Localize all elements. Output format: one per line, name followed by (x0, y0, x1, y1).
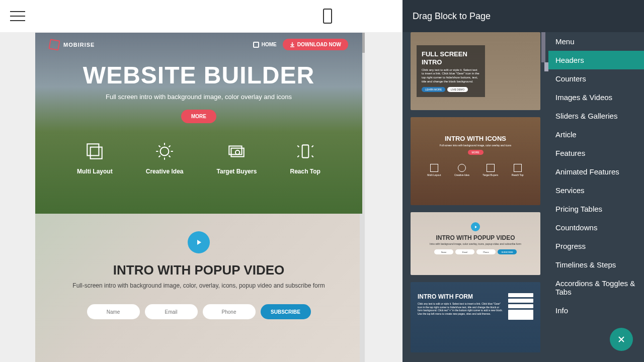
download-button[interactable]: DOWNLOAD NOW (283, 39, 348, 50)
feature-reach-top[interactable]: Reach Top (290, 141, 320, 175)
svg-point-5 (235, 150, 239, 154)
thumb-intro-icons[interactable]: INTRO WITH ICONS Full screen intro with … (411, 117, 540, 205)
thumb-intro-video[interactable]: INTRO WITH POPUP VIDEO Intro with backgr… (411, 212, 540, 275)
layout-icon (84, 141, 105, 162)
thumb-intro-form[interactable]: INTRO WITH FORM Click any text to edit o… (411, 282, 540, 352)
brand-logo[interactable]: MOBIRISE (49, 40, 95, 50)
feature-target-buyers[interactable]: Target Buyers (217, 141, 257, 175)
money-icon (226, 141, 247, 162)
svg-rect-1 (91, 147, 102, 159)
phone-field[interactable] (203, 304, 256, 319)
hero-subtitle[interactable]: Full screen intro with background image,… (45, 93, 352, 101)
home-link[interactable]: HOME (253, 42, 277, 48)
category-info[interactable]: Info (548, 301, 644, 320)
close-panel-button[interactable] (610, 328, 633, 351)
category-list: MenuHeadersCountersImages & VideosSlider… (548, 0, 644, 362)
menu-toggle-icon[interactable] (10, 11, 25, 21)
hero-block[interactable]: MOBIRISE HOME DOWNLOAD NOW WE (35, 33, 362, 214)
download-icon (290, 42, 295, 47)
category-progress[interactable]: Progress (548, 237, 644, 255)
category-countdowns[interactable]: Countdowns (548, 218, 644, 237)
name-field[interactable] (87, 304, 140, 319)
thumb-play-icon (471, 222, 480, 231)
category-pricing-tables[interactable]: Pricing Tables (548, 200, 644, 218)
svg-rect-0 (88, 144, 99, 155)
phone-rays-icon (295, 141, 316, 162)
canvas: MOBIRISE HOME DOWNLOAD NOW WE (0, 33, 403, 362)
category-services[interactable]: Services (548, 181, 644, 200)
category-sliders-galleries[interactable]: Sliders & Galleries (548, 107, 644, 125)
thumbs-scrollbar-handle[interactable] (544, 62, 548, 71)
home-icon (253, 42, 259, 48)
category-animated-features[interactable]: Animated Features (548, 162, 644, 181)
category-counters[interactable]: Counters (548, 69, 644, 88)
device-preview-icon[interactable] (323, 9, 332, 24)
block2-title[interactable]: INTRO WITH POPUP VIDEO (35, 262, 362, 278)
play-icon (195, 238, 203, 246)
topbar (0, 0, 403, 33)
sun-icon (154, 141, 175, 162)
blocks-panel: FULL SCREEN INTRO Click any text to edit… (403, 0, 644, 362)
category-timelines-steps[interactable]: Timelines & Steps (548, 255, 644, 274)
more-button[interactable]: MORE (181, 110, 216, 123)
svg-rect-6 (302, 145, 308, 157)
category-article[interactable]: Article (548, 125, 644, 144)
category-features[interactable]: Features (548, 144, 644, 162)
logo-icon (48, 39, 60, 50)
feature-creative-idea[interactable]: Creative Idea (146, 141, 184, 175)
home-label: HOME (262, 42, 277, 47)
block2-subtitle[interactable]: Full-screen intro with background image,… (35, 282, 362, 289)
category-menu[interactable]: Menu (548, 32, 644, 51)
thumb-fullscreen-intro[interactable]: FULL SCREEN INTRO Click any text to edit… (411, 32, 540, 110)
hero-title[interactable]: WEBSITE BUILDER (45, 61, 352, 89)
panel-title: Drag Block to Page (403, 0, 644, 32)
play-button[interactable] (188, 231, 210, 253)
close-icon (617, 335, 626, 344)
feature-multi-layout[interactable]: Multi Layout (77, 141, 113, 175)
category-headers[interactable]: Headers (548, 51, 644, 69)
category-accordions-toggles-tabs[interactable]: Accordions & Toggles & Tabs (548, 274, 644, 301)
thumbs-scrollbar[interactable] (541, 32, 545, 62)
subscribe-button[interactable]: SUBSCRIBE (261, 304, 311, 319)
svg-point-2 (160, 147, 169, 156)
email-field[interactable] (145, 304, 198, 319)
video-intro-block[interactable]: INTRO WITH POPUP VIDEO Full-screen intro… (35, 214, 362, 362)
block-thumbnails: FULL SCREEN INTRO Click any text to edit… (403, 0, 548, 362)
category-images-videos[interactable]: Images & Videos (548, 88, 644, 107)
brand-text: MOBIRISE (63, 42, 95, 48)
